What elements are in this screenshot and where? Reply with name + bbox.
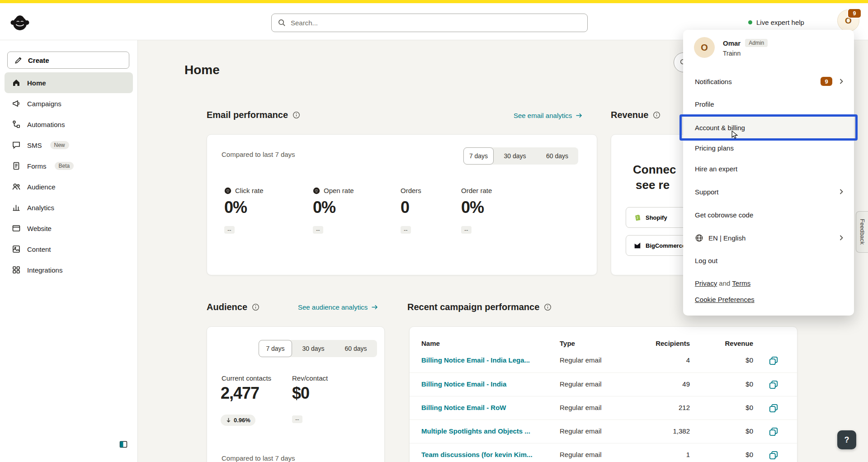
tab-30-days[interactable]: 30 days xyxy=(292,340,335,357)
global-search xyxy=(271,14,588,32)
menu-item-hire-expert[interactable]: Hire an expert xyxy=(683,160,854,178)
duplicate-campaign-icon[interactable] xyxy=(768,450,779,461)
sidebar-item-forms[interactable]: Forms Beta xyxy=(5,156,133,176)
metric-open-rate: Open rate 0% -- xyxy=(313,187,354,234)
live-expert-help-button[interactable]: Live expert help xyxy=(748,19,804,26)
duplicate-campaign-icon[interactable] xyxy=(768,403,779,414)
tab-30-days[interactable]: 30 days xyxy=(494,147,536,165)
metric-sub: -- xyxy=(313,226,323,234)
live-expert-help-label: Live expert help xyxy=(756,19,804,26)
tab-7-days[interactable]: 7 days xyxy=(259,340,292,357)
search-input[interactable] xyxy=(271,14,588,32)
sidebar-item-campaigns[interactable]: Campaigns xyxy=(5,93,133,114)
current-contacts-label: Current contacts xyxy=(222,374,271,382)
arrow-down-icon xyxy=(226,417,231,423)
chevron-right-icon xyxy=(838,234,845,241)
campaign-link[interactable]: Billing Notice Email - India Lega... xyxy=(421,356,530,364)
store-label: BigCommerce xyxy=(646,242,685,249)
create-label: Create xyxy=(28,57,49,64)
info-icon[interactable] xyxy=(544,303,552,311)
see-audience-analytics-link[interactable]: See audience analytics xyxy=(298,303,378,311)
collapse-sidebar-icon[interactable] xyxy=(119,440,128,449)
automations-icon xyxy=(12,120,21,129)
rev-per-contact-value: $0 xyxy=(292,384,309,403)
metric-order-rate: Order rate 0% -- xyxy=(461,187,492,234)
feedback-tab[interactable]: Feedback xyxy=(856,211,868,253)
store-label: Shopify xyxy=(646,214,667,221)
user-name: Omar Admin xyxy=(723,39,768,47)
campaign-type: Regular email xyxy=(560,404,602,411)
tab-60-days[interactable]: 60 days xyxy=(335,340,377,357)
duplicate-campaign-icon[interactable] xyxy=(768,379,779,390)
campaign-link[interactable]: Team discussions (for kevin Kim... xyxy=(421,451,533,458)
sidebar-item-home[interactable]: Home xyxy=(5,72,133,93)
tab-7-days[interactable]: 7 days xyxy=(463,147,494,165)
terms-link[interactable]: Terms xyxy=(732,279,750,287)
duplicate-campaign-icon[interactable] xyxy=(768,426,779,437)
table-row: Team discussions (for kevin Kim... Regul… xyxy=(410,443,797,462)
menu-item-logout[interactable]: Log out xyxy=(683,251,854,269)
cookie-preferences-link[interactable]: Cookie Preferences xyxy=(695,296,755,303)
sidebar-item-analytics[interactable]: Analytics xyxy=(5,197,133,218)
sidebar-item-integrations[interactable]: Integrations xyxy=(5,259,133,280)
info-icon[interactable] xyxy=(252,303,259,311)
tab-60-days[interactable]: 60 days xyxy=(536,147,578,165)
duplicate-campaign-icon[interactable] xyxy=(768,355,779,366)
create-button[interactable]: Create xyxy=(7,52,129,69)
metric-sub: -- xyxy=(224,226,235,234)
campaign-revenue: $0 xyxy=(708,380,753,388)
help-button[interactable]: ? xyxy=(837,430,856,449)
menu-item-cobrowse[interactable]: Get cobrowse code xyxy=(683,206,854,224)
info-icon[interactable] xyxy=(653,111,660,119)
table-row: Multiple Spotlights and Objects ... Regu… xyxy=(410,420,797,443)
notifications-badge: 9 xyxy=(821,77,832,86)
metric-label: Click rate xyxy=(235,187,264,194)
privacy-link[interactable]: Privacy xyxy=(695,279,717,287)
menu-footer-cookie: Cookie Preferences xyxy=(695,296,755,303)
sidebar-item-label: Analytics xyxy=(27,204,54,212)
campaign-recipients: 49 xyxy=(636,380,690,388)
campaign-link[interactable]: Multiple Spotlights and Objects ... xyxy=(421,427,530,435)
sidebar-item-label: Content xyxy=(27,245,51,253)
account-avatar-button[interactable]: O 9 xyxy=(837,9,859,32)
browser-window-icon xyxy=(12,224,21,233)
chevron-right-icon xyxy=(838,78,845,85)
email-range-tabs: 7 days 30 days 60 days xyxy=(463,147,578,165)
contacts-change-badge: 0.96% xyxy=(221,415,255,426)
sidebar-item-label: SMS xyxy=(27,141,42,149)
see-email-analytics-link[interactable]: See email analytics xyxy=(514,112,583,119)
sidebar-item-audience[interactable]: Audience xyxy=(5,176,133,197)
home-icon xyxy=(12,78,21,87)
menu-item-language[interactable]: EN | English xyxy=(683,229,854,247)
campaign-link[interactable]: Billing Notice Email - India xyxy=(421,380,506,388)
page-title: Home xyxy=(184,63,220,77)
form-icon xyxy=(12,161,21,170)
campaign-link[interactable]: Billing Notice Email - RoW xyxy=(421,404,506,411)
campaign-recipients: 1,382 xyxy=(636,427,690,435)
rev-change-sub: -- xyxy=(292,415,302,423)
sidebar-item-label: Website xyxy=(27,225,52,232)
menu-item-profile[interactable]: Profile xyxy=(683,95,854,113)
bigcommerce-icon xyxy=(633,241,642,250)
table-row: Billing Notice Email - RoW Regular email… xyxy=(410,396,797,420)
rev-per-contact-label: Rev/contact xyxy=(292,374,328,382)
sidebar-item-content[interactable]: Content xyxy=(5,239,133,259)
sidebar-item-automations[interactable]: Automations xyxy=(5,114,133,135)
audience-range-tabs: 7 days 30 days 60 days xyxy=(259,340,377,357)
menu-item-notifications[interactable]: Notifications 9 xyxy=(683,72,854,90)
notification-count-badge: 9 xyxy=(847,8,862,19)
menu-item-account-billing[interactable]: Account & billing xyxy=(683,116,854,139)
sidebar-item-website[interactable]: Website xyxy=(5,218,133,239)
current-contacts-value: 2,477 xyxy=(221,384,259,403)
mailchimp-logo[interactable] xyxy=(9,11,31,33)
info-icon[interactable] xyxy=(292,111,300,119)
menu-item-pricing-plans[interactable]: Pricing plans xyxy=(683,139,854,157)
metric-sub: -- xyxy=(401,226,411,234)
menu-item-support[interactable]: Support xyxy=(683,183,854,201)
people-icon xyxy=(12,182,21,191)
mini-logo-icon xyxy=(224,187,231,194)
sidebar-item-sms[interactable]: SMS New xyxy=(5,135,133,156)
beta-badge: Beta xyxy=(55,162,74,170)
arrow-right-icon xyxy=(575,112,583,119)
user-org: Trainn xyxy=(723,50,741,57)
